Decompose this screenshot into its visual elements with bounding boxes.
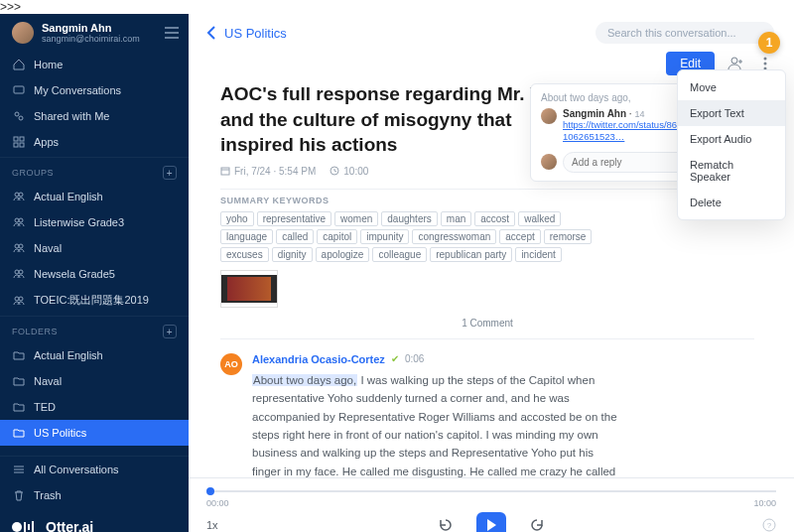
search-placeholder: Search this conversation... <box>607 27 736 39</box>
mini-avatar <box>541 108 557 124</box>
keyword-chip[interactable]: representative <box>257 211 331 226</box>
keyword-chip[interactable]: apologize <box>316 247 370 262</box>
folder-label: US Politics <box>34 427 86 439</box>
keyword-chip[interactable]: excuses <box>220 247 269 262</box>
keyword-chip[interactable]: language <box>220 229 273 244</box>
home-icon <box>12 58 26 71</box>
group-item[interactable]: Newsela Grade5 <box>0 261 189 287</box>
clock-icon <box>330 166 339 176</box>
hamburger-icon[interactable] <box>165 27 179 39</box>
keyword-chip[interactable]: accost <box>474 211 515 226</box>
keyword-chip[interactable]: called <box>276 229 314 244</box>
menu-item[interactable]: Export Text <box>678 100 785 126</box>
groups-header: GROUPS + <box>0 157 189 184</box>
comment-popover: About two days ago,⋯ Sangmin Ahn · 14 ht… <box>530 83 699 182</box>
keyword-chip[interactable]: accept <box>499 229 540 244</box>
folder-item[interactable]: US Politics <box>0 420 189 446</box>
brand-logo-icon <box>12 518 42 532</box>
speaker-name[interactable]: Alexandria Ocasio-Cortez <box>252 353 385 365</box>
rewind-icon[interactable] <box>437 516 455 532</box>
profile-name: Sangmin Ahn <box>42 22 140 34</box>
topbar: US Politics Search this conversation... <box>189 14 794 44</box>
speed-button[interactable]: 1x <box>206 519 218 531</box>
section-label: FOLDERS <box>12 327 58 336</box>
menu-item[interactable]: Move <box>678 74 785 100</box>
doc-duration: 10:00 <box>343 166 368 177</box>
group-icon <box>12 294 26 308</box>
keyword-chip[interactable]: remorse <box>544 229 593 244</box>
svg-point-14 <box>19 270 23 274</box>
folder-item[interactable]: TED <box>0 394 189 420</box>
add-folder-icon[interactable]: + <box>163 325 177 338</box>
group-item[interactable]: Naval <box>0 235 189 261</box>
group-item[interactable]: Listenwise Grade3 <box>0 209 189 235</box>
keyword-chip[interactable]: impunity <box>360 229 409 244</box>
svg-point-8 <box>19 193 23 197</box>
keyword-chip[interactable]: dignity <box>272 247 313 262</box>
nav-all-conversations[interactable]: All Conversations <box>0 457 189 482</box>
forward-icon[interactable] <box>528 516 546 532</box>
keyword-chip[interactable]: man <box>441 211 471 226</box>
nav-label: My Conversations <box>34 84 121 96</box>
actions-menu: MoveExport TextExport AudioRematch Speak… <box>677 69 786 220</box>
nav-apps[interactable]: Apps <box>0 129 189 155</box>
body-text: I was walking up the steps of the Capito… <box>252 374 617 477</box>
folder-label: Actual English <box>34 349 103 361</box>
nav-my-conversations[interactable]: My Conversations <box>0 77 189 103</box>
group-item[interactable]: Actual English <box>0 184 189 209</box>
menu-item[interactable]: Rematch Speaker <box>678 152 785 190</box>
group-label: Actual English <box>34 191 103 202</box>
svg-point-17 <box>12 522 22 532</box>
player: 00:0010:00 1x ? <box>189 477 794 532</box>
keywords: yohorepresentativewomendaughtersmanaccos… <box>220 211 597 262</box>
avatar <box>12 22 34 44</box>
nav-shared[interactable]: Shared with Me <box>0 103 189 129</box>
video-thumbnail[interactable] <box>220 270 278 308</box>
svg-rect-19 <box>28 524 30 530</box>
popover-link[interactable]: https://twitter.com/status/8634106265152… <box>563 119 688 144</box>
brand-text: Otter.ai <box>46 519 93 532</box>
profile-email: sangmin@choimirai.com <box>42 34 140 44</box>
keywords-label: SUMMARY KEYWORDS <box>220 189 754 205</box>
keyword-chip[interactable]: incident <box>515 247 561 262</box>
nav-label: Trash <box>34 489 62 501</box>
profile-block[interactable]: Sangmin Ahn sangmin@choimirai.com <box>0 14 189 52</box>
back-icon[interactable] <box>206 26 216 40</box>
group-label: Newsela Grade5 <box>34 268 115 280</box>
folder-item[interactable]: Actual English <box>0 342 189 368</box>
keyword-chip[interactable]: colleague <box>372 247 427 262</box>
comment-count[interactable]: 1 Comment <box>220 308 754 339</box>
group-label: TOEIC:既出問題集2019 <box>34 293 149 308</box>
nav-label: Shared with Me <box>34 110 109 122</box>
highlight-text: About two days ago, <box>252 374 357 386</box>
nav-home[interactable]: Home <box>0 52 189 77</box>
keyword-chip[interactable]: yoho <box>220 211 254 226</box>
timestamp[interactable]: 0:06 <box>405 353 424 364</box>
annotation-badge: 1 <box>758 32 780 54</box>
verified-icon: ✔ <box>391 353 399 364</box>
play-button[interactable] <box>476 512 506 532</box>
group-item[interactable]: TOEIC:既出問題集2019 <box>0 287 189 314</box>
folder-icon <box>12 400 26 414</box>
breadcrumb[interactable]: US Politics <box>224 26 287 41</box>
menu-item[interactable]: Delete <box>678 190 785 215</box>
transcript-text[interactable]: About two days ago, I was walking up the… <box>252 371 619 477</box>
keyword-chip[interactable]: walked <box>518 211 561 226</box>
playhead[interactable] <box>206 487 214 495</box>
keyword-chip[interactable]: capitol <box>317 229 357 244</box>
nav-trash[interactable]: Trash <box>0 482 189 508</box>
add-group-icon[interactable]: + <box>163 166 177 180</box>
svg-point-9 <box>15 218 19 222</box>
track[interactable] <box>206 490 776 492</box>
help-icon[interactable]: ? <box>762 518 776 532</box>
keyword-chip[interactable]: congresswoman <box>412 229 496 244</box>
menu-item[interactable]: Export Audio <box>678 126 785 152</box>
keyword-chip[interactable]: republican party <box>430 247 512 262</box>
svg-point-22 <box>764 58 767 61</box>
search-input[interactable]: Search this conversation... <box>596 22 774 44</box>
keyword-chip[interactable]: daughters <box>381 211 437 226</box>
svg-rect-3 <box>14 137 18 141</box>
keyword-chip[interactable]: women <box>334 211 378 226</box>
folder-item[interactable]: Naval <box>0 368 189 394</box>
svg-point-23 <box>764 63 767 66</box>
